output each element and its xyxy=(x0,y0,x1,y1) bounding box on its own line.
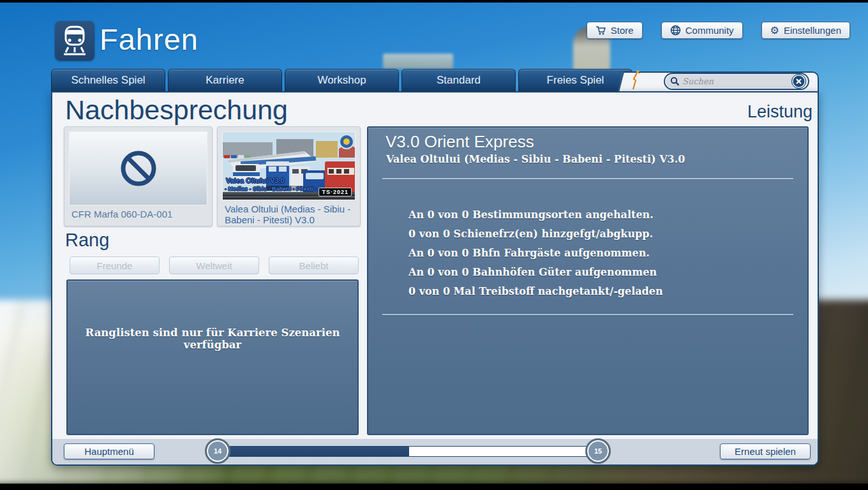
friends-filter-button[interactable]: Freunde xyxy=(70,256,160,274)
rank-section-title: Rang xyxy=(65,230,109,251)
route-card-label: Valea Oltului (Medias - Sibiu - Babeni -… xyxy=(225,204,355,226)
letterbox-top xyxy=(0,0,868,3)
tab-schnelles-spiel[interactable]: Schnelles Spiel xyxy=(51,69,165,91)
route-card[interactable]: Valea Oltului V3.0 - Medias - Sibiu - Ba… xyxy=(217,126,361,226)
rank-list-panel: Ranglisten sind nur für Karriere Szenari… xyxy=(66,279,359,435)
scenario-title: V3.0 Orient Express xyxy=(385,132,534,152)
stat-railvehicles: 0 von 0 Schienefrz(en) hinzgefgt/abgkupp… xyxy=(408,225,663,244)
rank-filter-buttons: Freunde Weltweit Beliebt xyxy=(70,256,359,274)
train-logo xyxy=(55,21,94,61)
stat-destinations: An 0 von 0 Bestimmungsorten angehalten. xyxy=(408,205,663,225)
tab-freies-spiel[interactable]: Freies Spiel xyxy=(518,69,632,91)
firework-decoration xyxy=(627,70,642,92)
level-progress-bar xyxy=(218,446,598,457)
route-thumbnail-overlay-title: Valea Oltului V3.0 xyxy=(226,177,285,184)
stat-freight: An 0 von 0 Bahnhöfen Güter aufgenommen xyxy=(408,263,663,282)
stat-fuel: 0 von 0 Mal Treibstoff nachgetankt/-gela… xyxy=(408,282,663,301)
rank-empty-message: Ranglisten sind nur für Karriere Szenari… xyxy=(68,327,357,351)
tab-workshop[interactable]: Workshop xyxy=(285,69,399,91)
locomotive-card-label: CFR Marfa 060-DA-001 xyxy=(71,209,207,219)
settings-button-label: Einstellungen xyxy=(784,25,841,36)
locomotive-card[interactable]: CFR Marfa 060-DA-001 xyxy=(64,126,213,226)
performance-section-title: Leistung xyxy=(747,102,812,122)
main-tab-bar: Schnelles Spiel Karriere Workshop Standa… xyxy=(51,69,632,91)
performance-stats: An 0 von 0 Bestimmungsorten angehalten. … xyxy=(408,205,663,301)
search-clear-button[interactable] xyxy=(791,74,806,89)
topbar: Store Community ⚙ Einstellungen xyxy=(587,22,850,39)
community-button-label: Community xyxy=(685,25,734,36)
divider xyxy=(382,178,793,179)
page-header-title: Fahren xyxy=(100,22,198,57)
route-thumbnail-overlay-subtitle: - Medias - Sibiu - Babeni - Pitesti - xyxy=(225,186,317,192)
divider xyxy=(382,314,793,315)
store-button-label: Store xyxy=(611,25,634,36)
close-icon xyxy=(796,78,802,84)
level-badge-current: 14 xyxy=(205,438,230,464)
locomotive-thumbnail xyxy=(69,131,207,205)
settings-button[interactable]: ⚙ Einstellungen xyxy=(761,22,850,39)
level-progress-fill xyxy=(218,447,409,456)
cart-icon xyxy=(595,26,606,36)
search-box xyxy=(664,73,809,90)
performance-panel: V3.0 Orient Express Valea Oltului (Media… xyxy=(367,126,809,435)
main-menu-button[interactable]: Hauptmenü xyxy=(64,443,154,459)
search-input[interactable] xyxy=(680,77,791,86)
gear-icon: ⚙ xyxy=(770,26,779,36)
replay-button[interactable]: Erneut spielen xyxy=(720,443,811,459)
no-image-icon xyxy=(118,148,159,189)
letterbox-bottom xyxy=(0,484,868,490)
level-badge-next: 15 xyxy=(585,438,611,464)
screen: Fahren Store Community ⚙ Einstellungen S… xyxy=(0,0,868,490)
tab-karriere[interactable]: Karriere xyxy=(168,69,282,91)
popular-filter-button[interactable]: Beliebt xyxy=(269,256,359,274)
worldwide-filter-button[interactable]: Weltweit xyxy=(169,256,259,274)
route-thumbnail: Valea Oltului V3.0 - Medias - Sibiu - Ba… xyxy=(222,131,355,200)
search-icon xyxy=(670,77,680,86)
page-title: Nachbesprechung xyxy=(65,94,288,126)
store-button[interactable]: Store xyxy=(587,22,643,39)
scenario-route-subtitle: Valea Oltului (Medias - Sibiu - Babeni -… xyxy=(386,153,685,165)
globe-icon xyxy=(670,25,681,36)
footer-bar: Hauptmenü 14 15 Erneut spielen xyxy=(52,439,818,464)
tab-standard[interactable]: Standard xyxy=(401,69,516,91)
stat-passengers: An 0 von 0 Bhfn Fahrgäste aufgenommen. xyxy=(408,244,663,263)
train-icon xyxy=(59,24,90,57)
community-button[interactable]: Community xyxy=(661,22,743,39)
route-thumbnail-badge: TS·2021 xyxy=(318,188,352,197)
background-buildings xyxy=(383,54,453,69)
